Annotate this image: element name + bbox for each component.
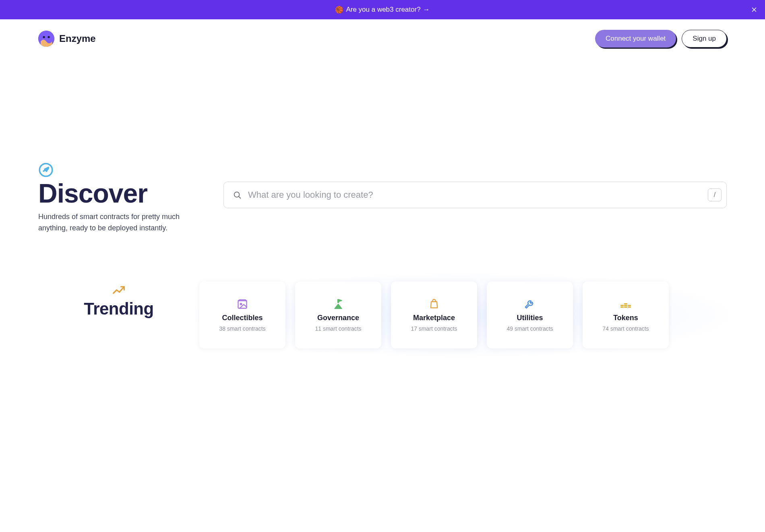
compass-icon xyxy=(38,162,54,178)
brand-link[interactable]: Enzyme xyxy=(38,31,96,47)
svg-point-11 xyxy=(240,304,242,305)
wrench-icon xyxy=(524,298,536,311)
category-card-utilities[interactable]: Utilities 49 smart contracts xyxy=(487,282,573,348)
bag-icon xyxy=(428,298,440,311)
discover-title: Discover xyxy=(38,180,199,207)
close-icon xyxy=(751,6,758,13)
svg-rect-17 xyxy=(624,305,627,306)
category-card-title: Utilities xyxy=(517,314,543,322)
search-icon xyxy=(233,190,242,199)
slash-shortcut-badge: / xyxy=(708,188,722,201)
category-card-marketplace[interactable]: Marketplace 17 smart contracts xyxy=(391,282,477,348)
category-card-title: Collectibles xyxy=(222,314,263,322)
svg-rect-19 xyxy=(628,305,631,306)
category-card-title: Tokens xyxy=(613,314,638,322)
discover-subtitle: Hundreds of smart contracts for pretty m… xyxy=(38,211,199,234)
category-card-governance[interactable]: Governance 11 smart contracts xyxy=(295,282,381,348)
trending-header: Trending xyxy=(38,282,199,319)
category-card-title: Governance xyxy=(317,314,359,322)
svg-point-3 xyxy=(43,36,45,38)
category-card-count: 38 smart contracts xyxy=(219,325,265,332)
arrow-right-icon: → xyxy=(423,6,430,14)
search-box[interactable]: / xyxy=(223,182,727,208)
flag-icon xyxy=(332,298,344,311)
search-input[interactable] xyxy=(248,190,701,200)
trending-title: Trending xyxy=(38,299,199,319)
brand-name: Enzyme xyxy=(59,33,96,44)
category-card-count: 11 smart contracts xyxy=(315,325,361,332)
discover-intro: Discover Hundreds of smart contracts for… xyxy=(38,162,199,234)
category-card-count: 74 smart contracts xyxy=(602,325,649,332)
app-header: Enzyme Connect your wallet Sign up xyxy=(0,19,765,58)
svg-marker-13 xyxy=(339,300,342,302)
svg-rect-20 xyxy=(628,306,631,308)
svg-rect-14 xyxy=(620,305,624,306)
trending-up-icon xyxy=(112,286,125,296)
svg-rect-10 xyxy=(238,301,247,308)
trending-section: Trending Collectibles 38 smart contracts… xyxy=(0,282,765,348)
brand-logo-icon xyxy=(38,31,54,47)
basketball-emoji: 🏀 xyxy=(335,6,343,14)
category-card-tokens[interactable]: Tokens 74 smart contracts xyxy=(583,282,669,348)
svg-line-9 xyxy=(239,197,240,198)
header-actions: Connect your wallet Sign up xyxy=(595,30,727,48)
sign-up-button[interactable]: Sign up xyxy=(682,30,727,48)
announcement-banner: 🏀 Are you a web3 creator? → xyxy=(0,0,765,19)
category-card-title: Marketplace xyxy=(413,314,455,322)
image-icon xyxy=(236,298,248,311)
svg-rect-16 xyxy=(624,303,627,304)
category-card-count: 49 smart contracts xyxy=(507,325,553,332)
search-area: / xyxy=(223,162,727,234)
close-banner-button[interactable] xyxy=(751,6,758,13)
svg-point-4 xyxy=(48,36,50,38)
svg-rect-18 xyxy=(624,306,627,308)
category-card-count: 17 smart contracts xyxy=(411,325,457,332)
category-card-collectibles[interactable]: Collectibles 38 smart contracts xyxy=(199,282,285,348)
svg-rect-15 xyxy=(620,306,624,308)
coins-icon xyxy=(619,298,632,311)
banner-link[interactable]: 🏀 Are you a web3 creator? → xyxy=(335,6,430,14)
main-content: Discover Hundreds of smart contracts for… xyxy=(0,58,765,234)
svg-marker-7 xyxy=(45,168,49,172)
category-cards: Collectibles 38 smart contracts Governan… xyxy=(199,282,727,348)
banner-text: Are you a web3 creator? xyxy=(346,6,420,14)
connect-wallet-button[interactable]: Connect your wallet xyxy=(595,30,676,48)
